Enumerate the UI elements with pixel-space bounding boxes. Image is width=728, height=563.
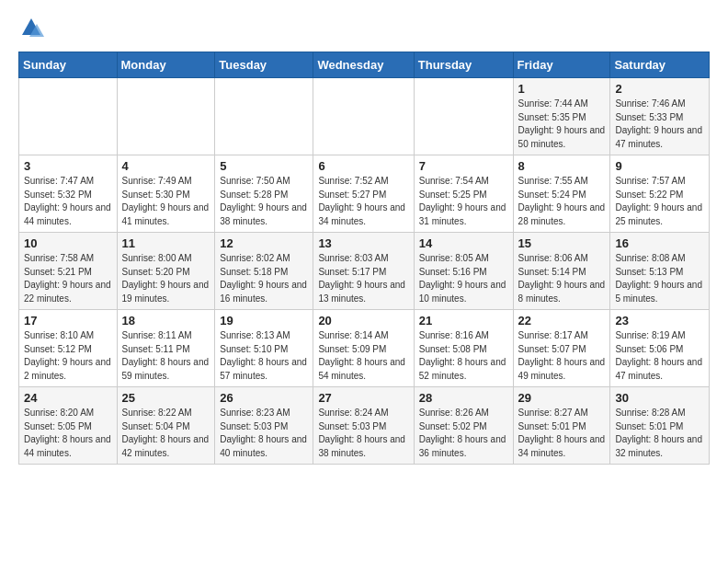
calendar-cell <box>215 78 313 155</box>
day-info: Sunrise: 7:47 AM Sunset: 5:32 PM Dayligh… <box>24 175 112 228</box>
calendar-cell: 23Sunrise: 8:19 AM Sunset: 5:06 PM Dayli… <box>610 310 710 387</box>
weekday-header-saturday: Saturday <box>610 52 710 78</box>
day-number: 28 <box>419 391 508 405</box>
day-info: Sunrise: 8:14 AM Sunset: 5:09 PM Dayligh… <box>318 329 408 383</box>
calendar-week-3: 10Sunrise: 7:58 AM Sunset: 5:21 PM Dayli… <box>19 233 710 310</box>
logo-icon <box>18 15 44 40</box>
day-info: Sunrise: 8:16 AM Sunset: 5:08 PM Dayligh… <box>419 329 508 383</box>
calendar-cell: 29Sunrise: 8:27 AM Sunset: 5:01 PM Dayli… <box>513 387 610 465</box>
day-number: 21 <box>419 314 508 327</box>
weekday-header-tuesday: Tuesday <box>215 52 313 78</box>
calendar-week-1: 1Sunrise: 7:44 AM Sunset: 5:35 PM Daylig… <box>19 78 710 155</box>
calendar-cell: 22Sunrise: 8:17 AM Sunset: 5:07 PM Dayli… <box>513 310 610 387</box>
calendar-cell: 27Sunrise: 8:24 AM Sunset: 5:03 PM Dayli… <box>313 387 414 465</box>
day-number: 8 <box>518 159 606 173</box>
day-number: 23 <box>615 314 704 327</box>
page: SundayMondayTuesdayWednesdayThursdayFrid… <box>0 0 728 479</box>
calendar-cell <box>19 78 118 155</box>
day-info: Sunrise: 8:17 AM Sunset: 5:07 PM Dayligh… <box>518 329 606 383</box>
calendar-cell: 30Sunrise: 8:28 AM Sunset: 5:01 PM Dayli… <box>610 387 710 465</box>
day-number: 15 <box>518 236 606 250</box>
day-number: 3 <box>24 159 112 173</box>
day-info: Sunrise: 8:13 AM Sunset: 5:10 PM Dayligh… <box>220 329 308 383</box>
day-info: Sunrise: 7:44 AM Sunset: 5:35 PM Dayligh… <box>518 98 606 151</box>
day-info: Sunrise: 8:24 AM Sunset: 5:03 PM Dayligh… <box>318 407 408 460</box>
calendar-header: SundayMondayTuesdayWednesdayThursdayFrid… <box>19 52 710 78</box>
calendar-cell: 8Sunrise: 7:55 AM Sunset: 5:24 PM Daylig… <box>513 155 610 233</box>
day-info: Sunrise: 7:55 AM Sunset: 5:24 PM Dayligh… <box>518 175 606 228</box>
calendar-cell: 26Sunrise: 8:23 AM Sunset: 5:03 PM Dayli… <box>215 387 313 465</box>
day-number: 14 <box>419 236 508 250</box>
day-number: 26 <box>220 391 308 405</box>
calendar-cell: 13Sunrise: 8:03 AM Sunset: 5:17 PM Dayli… <box>313 233 414 310</box>
weekday-header-monday: Monday <box>117 52 215 78</box>
calendar-cell: 21Sunrise: 8:16 AM Sunset: 5:08 PM Dayli… <box>414 310 513 387</box>
day-info: Sunrise: 8:19 AM Sunset: 5:06 PM Dayligh… <box>615 329 704 383</box>
day-info: Sunrise: 7:57 AM Sunset: 5:22 PM Dayligh… <box>615 175 704 228</box>
day-info: Sunrise: 7:46 AM Sunset: 5:33 PM Dayligh… <box>615 98 704 151</box>
calendar-cell <box>414 78 513 155</box>
day-number: 13 <box>318 236 408 250</box>
day-number: 25 <box>122 391 210 405</box>
calendar-cell: 16Sunrise: 8:08 AM Sunset: 5:13 PM Dayli… <box>610 233 710 310</box>
calendar-cell: 28Sunrise: 8:26 AM Sunset: 5:02 PM Dayli… <box>414 387 513 465</box>
weekday-header-sunday: Sunday <box>19 52 118 78</box>
calendar-cell: 15Sunrise: 8:06 AM Sunset: 5:14 PM Dayli… <box>513 233 610 310</box>
weekday-header-row: SundayMondayTuesdayWednesdayThursdayFrid… <box>19 52 710 78</box>
day-number: 30 <box>615 391 704 405</box>
day-number: 17 <box>24 314 112 327</box>
day-number: 24 <box>24 391 112 405</box>
calendar-cell: 7Sunrise: 7:54 AM Sunset: 5:25 PM Daylig… <box>414 155 513 233</box>
day-number: 2 <box>615 82 704 96</box>
calendar-cell: 1Sunrise: 7:44 AM Sunset: 5:35 PM Daylig… <box>513 78 610 155</box>
calendar-cell: 24Sunrise: 8:20 AM Sunset: 5:05 PM Dayli… <box>19 387 118 465</box>
calendar: SundayMondayTuesdayWednesdayThursdayFrid… <box>18 52 710 465</box>
weekday-header-friday: Friday <box>513 52 610 78</box>
day-info: Sunrise: 8:26 AM Sunset: 5:02 PM Dayligh… <box>419 407 508 460</box>
day-number: 18 <box>122 314 210 327</box>
day-info: Sunrise: 8:03 AM Sunset: 5:17 PM Dayligh… <box>318 252 408 305</box>
calendar-cell: 10Sunrise: 7:58 AM Sunset: 5:21 PM Dayli… <box>19 233 118 310</box>
header <box>18 15 710 40</box>
day-info: Sunrise: 7:54 AM Sunset: 5:25 PM Dayligh… <box>419 175 508 228</box>
calendar-cell <box>313 78 414 155</box>
day-info: Sunrise: 8:11 AM Sunset: 5:11 PM Dayligh… <box>122 329 210 383</box>
calendar-cell: 2Sunrise: 7:46 AM Sunset: 5:33 PM Daylig… <box>610 78 710 155</box>
day-number: 9 <box>615 159 704 173</box>
logo <box>18 15 48 40</box>
day-info: Sunrise: 8:08 AM Sunset: 5:13 PM Dayligh… <box>615 252 704 305</box>
day-info: Sunrise: 8:22 AM Sunset: 5:04 PM Dayligh… <box>122 407 210 460</box>
day-number: 16 <box>615 236 704 250</box>
calendar-cell: 14Sunrise: 8:05 AM Sunset: 5:16 PM Dayli… <box>414 233 513 310</box>
day-number: 29 <box>518 391 606 405</box>
day-info: Sunrise: 8:05 AM Sunset: 5:16 PM Dayligh… <box>419 252 508 305</box>
day-number: 12 <box>220 236 308 250</box>
day-number: 19 <box>220 314 308 327</box>
day-number: 27 <box>318 391 408 405</box>
day-info: Sunrise: 8:23 AM Sunset: 5:03 PM Dayligh… <box>220 407 308 460</box>
day-info: Sunrise: 8:00 AM Sunset: 5:20 PM Dayligh… <box>122 252 210 305</box>
day-number: 22 <box>518 314 606 327</box>
calendar-week-5: 24Sunrise: 8:20 AM Sunset: 5:05 PM Dayli… <box>19 387 710 465</box>
calendar-cell: 20Sunrise: 8:14 AM Sunset: 5:09 PM Dayli… <box>313 310 414 387</box>
day-number: 6 <box>318 159 408 173</box>
day-info: Sunrise: 8:02 AM Sunset: 5:18 PM Dayligh… <box>220 252 308 305</box>
day-info: Sunrise: 7:52 AM Sunset: 5:27 PM Dayligh… <box>318 175 408 228</box>
day-info: Sunrise: 8:20 AM Sunset: 5:05 PM Dayligh… <box>24 407 112 460</box>
calendar-cell: 11Sunrise: 8:00 AM Sunset: 5:20 PM Dayli… <box>117 233 215 310</box>
calendar-week-2: 3Sunrise: 7:47 AM Sunset: 5:32 PM Daylig… <box>19 155 710 233</box>
calendar-cell: 18Sunrise: 8:11 AM Sunset: 5:11 PM Dayli… <box>117 310 215 387</box>
calendar-cell: 5Sunrise: 7:50 AM Sunset: 5:28 PM Daylig… <box>215 155 313 233</box>
weekday-header-wednesday: Wednesday <box>313 52 414 78</box>
day-number: 20 <box>318 314 408 327</box>
calendar-cell: 17Sunrise: 8:10 AM Sunset: 5:12 PM Dayli… <box>19 310 118 387</box>
day-number: 1 <box>518 82 606 96</box>
calendar-week-4: 17Sunrise: 8:10 AM Sunset: 5:12 PM Dayli… <box>19 310 710 387</box>
calendar-cell: 19Sunrise: 8:13 AM Sunset: 5:10 PM Dayli… <box>215 310 313 387</box>
day-number: 10 <box>24 236 112 250</box>
day-number: 7 <box>419 159 508 173</box>
day-number: 5 <box>220 159 308 173</box>
day-info: Sunrise: 8:06 AM Sunset: 5:14 PM Dayligh… <box>518 252 606 305</box>
calendar-cell: 12Sunrise: 8:02 AM Sunset: 5:18 PM Dayli… <box>215 233 313 310</box>
calendar-body: 1Sunrise: 7:44 AM Sunset: 5:35 PM Daylig… <box>19 78 710 465</box>
